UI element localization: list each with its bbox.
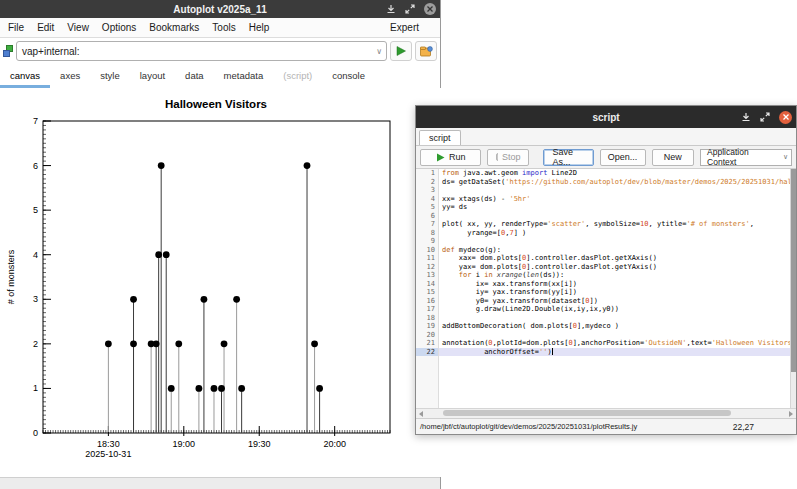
save-as-button[interactable]: Save As... bbox=[543, 149, 593, 166]
go-plot-button[interactable] bbox=[390, 41, 412, 61]
tab-axes[interactable]: axes bbox=[50, 65, 90, 88]
menu-item-tools[interactable]: Tools bbox=[212, 22, 235, 33]
menu-item-options[interactable]: Options bbox=[102, 22, 136, 33]
line-number: 18 bbox=[416, 314, 438, 323]
minimize-icon[interactable] bbox=[741, 112, 751, 122]
close-icon[interactable] bbox=[424, 3, 436, 15]
line-number: 13 bbox=[416, 271, 438, 280]
y-tick-label: 2 bbox=[33, 339, 38, 349]
maximize-icon[interactable] bbox=[405, 4, 415, 14]
code-line-20[interactable] bbox=[439, 331, 796, 340]
application-context-combobox[interactable]: Application Context ∨ bbox=[700, 149, 792, 166]
x-axis-date-label: 2025-10-31 bbox=[85, 449, 131, 459]
code-line-18[interactable] bbox=[439, 314, 796, 323]
code-line-7[interactable]: plot( xx, yy, renderType='scatter', symb… bbox=[439, 220, 796, 229]
tab-metadata[interactable]: metadata bbox=[214, 65, 274, 88]
code-line-3[interactable] bbox=[439, 186, 796, 195]
run-button[interactable]: Run bbox=[420, 149, 481, 166]
line-number: 10 bbox=[416, 246, 438, 255]
line-number: 20 bbox=[416, 331, 438, 340]
scroll-left-icon[interactable] bbox=[419, 411, 423, 417]
scroll-right-icon[interactable] bbox=[789, 411, 793, 417]
scrollbar-thumb[interactable] bbox=[443, 410, 732, 416]
code-line-21[interactable]: annotation(0,plotId=dom.plots[0],anchorP… bbox=[439, 339, 796, 348]
tab-script[interactable]: (script) bbox=[273, 65, 322, 88]
expert-mode-label[interactable]: Expert bbox=[390, 22, 419, 33]
menu-item-help[interactable]: Help bbox=[249, 22, 270, 33]
text-caret bbox=[552, 348, 553, 355]
script-titlebar[interactable]: script bbox=[416, 106, 796, 128]
code-line-14[interactable]: ix= xax.transform(xx[i]) bbox=[439, 280, 796, 289]
main-titlebar[interactable]: Autoplot v2025a_11 bbox=[0, 0, 440, 18]
x-axis[interactable]: 18:302025-10-3119:0019:3020:00 bbox=[43, 426, 390, 459]
line-number: 8 bbox=[416, 229, 438, 238]
main-menubar: FileEditViewOptionsBookmarksToolsHelp Ex… bbox=[0, 18, 440, 38]
horizontal-scrollbar[interactable] bbox=[416, 408, 796, 418]
chevron-down-icon[interactable]: ∨ bbox=[376, 47, 382, 56]
code-editor[interactable]: 12345678910111213141516171819202122 from… bbox=[416, 168, 796, 408]
new-button[interactable]: New bbox=[652, 149, 695, 166]
code-line-17[interactable]: g.draw(Line2D.Double(ix,iy,ix,y0)) bbox=[439, 305, 796, 314]
address-bar: vap+internal: ∨ bbox=[0, 38, 440, 64]
menu-item-edit[interactable]: Edit bbox=[37, 22, 54, 33]
tab-console[interactable]: console bbox=[322, 65, 375, 88]
menu-item-view[interactable]: View bbox=[67, 22, 89, 33]
datasource-icon bbox=[3, 44, 13, 58]
y-tick-label: 3 bbox=[33, 294, 38, 304]
halloween-visitors-plot: Halloween Visitors # of monsters 18:3020… bbox=[0, 88, 441, 477]
tab-layout[interactable]: layout bbox=[130, 65, 175, 88]
code-line-9[interactable] bbox=[439, 237, 796, 246]
vertical-scrollbar[interactable] bbox=[790, 169, 796, 408]
tab-data[interactable]: data bbox=[175, 65, 214, 88]
y-tick-label: 5 bbox=[33, 205, 38, 215]
open-button[interactable]: Open... bbox=[600, 149, 646, 166]
code-line-5[interactable]: yy= ds bbox=[439, 203, 796, 212]
menu-item-file[interactable]: File bbox=[8, 22, 24, 33]
y-axis[interactable]: 01234567 bbox=[33, 116, 51, 438]
line-number: 11 bbox=[416, 254, 438, 263]
code-line-1[interactable]: from java.awt.geom import Line2D bbox=[439, 169, 796, 178]
code-line-10[interactable]: def mydeco(g): bbox=[439, 246, 796, 255]
line-number: 17 bbox=[416, 305, 438, 314]
line-number: 6 bbox=[416, 212, 438, 221]
code-pane[interactable]: from java.awt.geom import Line2Dds= getD… bbox=[439, 169, 796, 408]
code-line-12[interactable]: yax= dom.plots[0].controller.dasPlot.get… bbox=[439, 263, 796, 272]
y-tick-label: 4 bbox=[33, 250, 38, 260]
x-tick-label: 19:00 bbox=[173, 439, 196, 449]
y-axis-label: # of monsters bbox=[6, 249, 16, 304]
stop-button[interactable]: Stop bbox=[487, 149, 529, 166]
code-line-15[interactable]: iy= yax.transform(yy[i]) bbox=[439, 288, 796, 297]
line-number: 7 bbox=[416, 220, 438, 229]
data-points bbox=[105, 162, 323, 392]
close-icon[interactable] bbox=[779, 111, 792, 124]
tab-canvas[interactable]: canvas bbox=[0, 65, 50, 88]
script-window: script script Run Stop Save As... Open..… bbox=[415, 105, 797, 435]
code-line-13[interactable]: for i in xrange(len(ds)): bbox=[439, 271, 796, 280]
line-number: 16 bbox=[416, 297, 438, 306]
code-line-16[interactable]: y0= yax.transform(dataset[0]) bbox=[439, 297, 796, 306]
uri-value: vap+internal: bbox=[22, 46, 80, 57]
main-statusbar bbox=[0, 477, 440, 489]
chevron-down-icon: ∨ bbox=[783, 153, 788, 161]
code-line-2[interactable]: ds= getDataSet('https://github.com/autop… bbox=[439, 178, 796, 187]
x-tick-label: 19:30 bbox=[248, 439, 271, 449]
code-line-11[interactable]: xax= dom.plots[0].controller.dasPlot.get… bbox=[439, 254, 796, 263]
autoplot-main-window: Autoplot v2025a_11 FileEditViewOptionsBo… bbox=[0, 0, 441, 489]
code-line-8[interactable]: yrange=[0,7] ) bbox=[439, 229, 796, 238]
code-line-22[interactable]: anchorOffset='') bbox=[439, 348, 796, 357]
tab-style[interactable]: style bbox=[90, 65, 130, 88]
minimize-icon[interactable] bbox=[386, 4, 396, 14]
menu-item-bookmarks[interactable]: Bookmarks bbox=[149, 22, 199, 33]
line-number: 15 bbox=[416, 288, 438, 297]
tab-script[interactable]: script bbox=[419, 130, 461, 145]
maximize-icon[interactable] bbox=[760, 112, 770, 122]
code-line-4[interactable]: xx= xtags(ds) - '5hr' bbox=[439, 195, 796, 204]
code-line-6[interactable] bbox=[439, 212, 796, 221]
line-number-gutter: 12345678910111213141516171819202122 bbox=[416, 169, 439, 408]
uri-combobox[interactable]: vap+internal: ∨ bbox=[16, 41, 387, 61]
plot-canvas[interactable]: Halloween Visitors # of monsters 18:3020… bbox=[0, 88, 441, 477]
line-number: 1 bbox=[416, 169, 438, 178]
open-file-icon-button[interactable] bbox=[415, 41, 437, 61]
code-line-19[interactable]: addBottomDecoration( dom.plots[0],mydeco… bbox=[439, 322, 796, 331]
script-window-title: script bbox=[416, 112, 796, 123]
